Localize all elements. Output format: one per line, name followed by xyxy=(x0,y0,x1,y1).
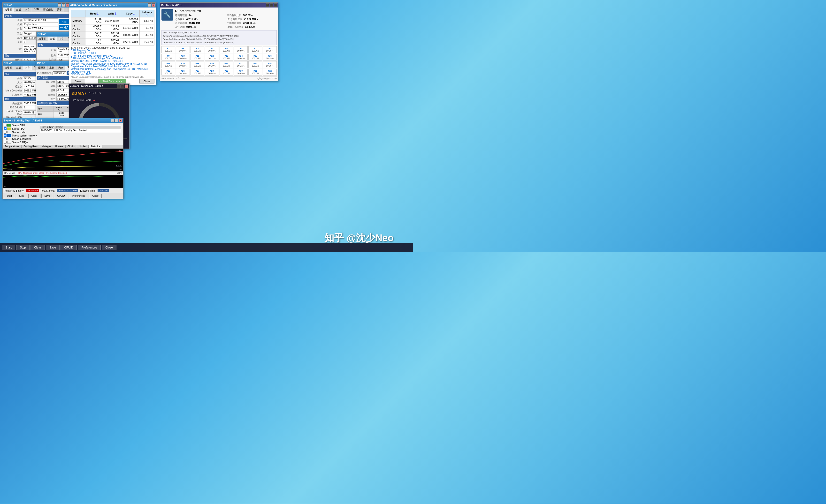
stability-tab-temps[interactable]: Temperatures xyxy=(3,145,21,148)
taskbar-save[interactable]: Save xyxy=(46,245,60,250)
stability-tab-powers[interactable]: Powers xyxy=(53,145,65,148)
stability-tab-clocks[interactable]: Clocks xyxy=(66,145,77,148)
stability-save-btn[interactable]: Save xyxy=(41,194,53,198)
cpuz1-tab-processor[interactable]: 处理器 xyxy=(3,7,14,12)
cpuz1-close[interactable]: × xyxy=(66,3,69,7)
cpuz1-minimize[interactable]: _ xyxy=(58,3,61,7)
stability-minimize[interactable]: _ xyxy=(111,119,115,122)
memtest-stat-1: 逻辑处理器 24 xyxy=(175,14,225,17)
cell-pct: 101.2% xyxy=(191,50,204,52)
cpuz1-name-value: Intel Core i7 13700K xyxy=(23,18,58,22)
stability-close2-btn[interactable]: Close xyxy=(89,194,102,198)
stability-tab-volts[interactable]: Voltages xyxy=(40,145,53,148)
cell-pct: 101.5% xyxy=(263,50,276,52)
cpuz3-type-label: 类型 xyxy=(4,77,23,80)
cpuz1-tab-about[interactable]: 关于 xyxy=(55,7,64,12)
taskbar-start[interactable]: Start xyxy=(2,245,15,250)
cpuz1-tab-spd[interactable]: SPD xyxy=(32,7,41,12)
cell-pct: 101.7% xyxy=(191,72,204,74)
taskbar-stop[interactable]: Stop xyxy=(16,245,30,250)
bench-row-l1: L1 Cache 4602.7 GB/s 2819.9 GB/s 6670.6 … xyxy=(71,24,155,32)
stress-disk-icon xyxy=(7,138,11,140)
memtest-runtime-val: 01:46:43 xyxy=(186,26,196,28)
cpuz4-tab-processor[interactable]: 处理器 xyxy=(36,66,48,70)
cell-pct: 100.4% xyxy=(220,50,233,52)
threedmark-maximize[interactable]: □ xyxy=(121,84,124,88)
cpuz1-tab-mainboard[interactable]: 主板 xyxy=(14,7,23,12)
stability-tab-statistics[interactable]: Statistics xyxy=(88,145,102,148)
cpuz3-tab-processor[interactable]: 处理器 xyxy=(3,66,14,70)
cpuz2-tab-memory[interactable]: 内存 xyxy=(57,37,66,41)
cpuz3-tab-mainboard[interactable]: 主板 xyxy=(14,66,23,70)
threedmark-title: 3DMark Professional Edition xyxy=(70,85,103,87)
aida64-start-btn[interactable]: Start Benchmark xyxy=(98,79,126,83)
aida64-bios: 1003 xyxy=(86,73,91,76)
stability-start-btn[interactable]: Start xyxy=(4,194,15,198)
stability-cpuid-btn[interactable]: CPUID xyxy=(54,194,68,198)
stress-cache-cb[interactable] xyxy=(4,131,6,134)
stress-mem-cb[interactable] xyxy=(4,134,6,137)
stability-close[interactable]: × xyxy=(119,119,122,122)
stress-cpu-cb[interactable] xyxy=(4,124,6,127)
memtest-btn3[interactable]: ▷ xyxy=(274,3,277,7)
aida64-close[interactable]: × xyxy=(152,3,155,7)
cpuz4-tab-mainboard[interactable]: 主板 xyxy=(48,66,56,70)
cell-pct: 100.3% xyxy=(249,72,262,74)
stability-stop-btn[interactable]: Stop xyxy=(16,194,27,198)
taskbar-clear[interactable]: Clear xyxy=(31,245,45,250)
aida64-save-btn[interactable]: Save xyxy=(71,79,85,83)
cpuz2-tab-mainboard[interactable]: 主板 xyxy=(48,37,57,41)
cpuz4-tab-memory[interactable]: 内存 xyxy=(56,66,65,70)
memtest-test-mem-val: 45312 MB xyxy=(189,22,200,24)
cell-pct: 101.2% xyxy=(205,57,218,60)
cpuz4-jedec-h7: JEDEC #7 xyxy=(54,106,65,112)
memtest-btn1[interactable]: ◁ xyxy=(266,3,270,7)
cell-pct: 101.1% xyxy=(234,65,247,67)
stress-fpu-row: Stress FPU xyxy=(4,127,37,130)
threedmark-close[interactable]: × xyxy=(125,84,128,88)
memtest-cell: #12101.2% xyxy=(205,54,219,61)
memtest-avg-rate-label: 平均测试比例 xyxy=(227,14,241,17)
test-started-label: Test Started: xyxy=(41,189,55,192)
stress-fpu-label: Stress FPU xyxy=(12,128,24,130)
cpuz2-tab-processor[interactable]: 处理器 xyxy=(37,37,48,41)
cpuz1-tab-memory[interactable]: 内存 xyxy=(23,7,32,12)
taskbar-preferences[interactable]: Preferences xyxy=(78,245,101,250)
stability-preferences-btn[interactable]: Preferences xyxy=(69,194,88,198)
memtest-cell: #13100.9% xyxy=(220,54,233,61)
aida64-close-btn[interactable]: Close xyxy=(139,79,155,83)
memtest-logic-cpu-label: 逻辑处理器 xyxy=(175,14,187,17)
aida64-cpu-stepping-label: CPU Stepping xyxy=(71,49,86,52)
cell-num: #6 xyxy=(234,47,247,50)
cpuz3-tab-memory[interactable]: 内存 xyxy=(23,66,32,70)
cpuz4-slot-select[interactable]: 插槽 #1 xyxy=(53,71,66,75)
stability-maximize[interactable]: □ xyxy=(115,119,118,122)
memtest-footer: MemTestPro 7.0 / 21812 QingWang 8.0.3350 xyxy=(162,76,277,80)
stress-fpu-cb[interactable] xyxy=(4,127,6,130)
cell-num: #20 xyxy=(205,62,218,65)
cell-num: #14 xyxy=(234,55,247,57)
taskbar-close[interactable]: Close xyxy=(102,245,116,250)
threedmark-minimize[interactable]: _ xyxy=(117,84,121,88)
cpuz1-maximize[interactable]: □ xyxy=(62,3,65,7)
stress-gpu-cb[interactable] xyxy=(4,141,6,144)
aida64-chipset-label: Chipset xyxy=(71,65,79,68)
taskbar-cpuid[interactable]: CPUID xyxy=(61,245,77,250)
stress-disk-cb[interactable] xyxy=(4,137,6,140)
stability-clear-btn[interactable]: Clear xyxy=(28,194,41,198)
stability-tab-fans[interactable]: Cooling Fans xyxy=(21,145,40,148)
aida64-cpu-clock-label: CPU Clock xyxy=(71,52,82,54)
memtest-cell: #17100.4% xyxy=(162,61,175,68)
memtest-stat-5: 测试内存量 45312 MB xyxy=(175,21,225,25)
memtest-cell: #8101.5% xyxy=(263,46,277,53)
memtest-cell: #25101.3% xyxy=(162,69,175,75)
memtest-btn2[interactable]: □ xyxy=(270,3,273,7)
stability-tab-unified[interactable]: Unified xyxy=(77,145,88,148)
aida64-minimize[interactable]: _ xyxy=(148,3,151,7)
cpuz1-tab-score[interactable]: 测试分数 xyxy=(41,7,55,12)
cell-num: #10 xyxy=(176,55,189,57)
memtest-cell: #20101.9% xyxy=(205,61,219,68)
aida64-mb-label: Motherboard xyxy=(71,68,84,70)
cell-num: #29 xyxy=(220,70,233,72)
cell-num: #23 xyxy=(249,62,262,65)
